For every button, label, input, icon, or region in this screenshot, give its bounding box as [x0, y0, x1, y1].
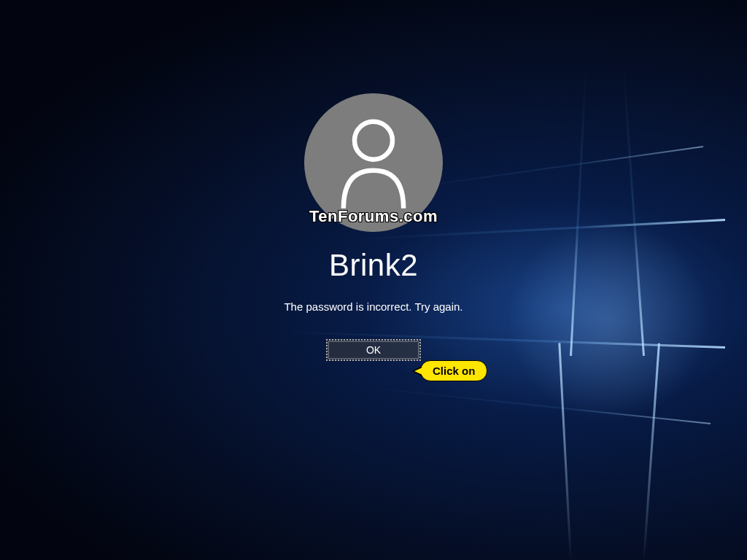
svg-point-0 [355, 122, 392, 160]
person-icon [333, 115, 414, 210]
callout-bubble: Click on [420, 360, 487, 381]
login-screen: TenForums.com Brink2 The password is inc… [0, 0, 747, 560]
tutorial-annotation: Click on [420, 360, 487, 381]
error-message: The password is incorrect. Try again. [284, 300, 462, 313]
ok-button[interactable]: OK [326, 339, 421, 361]
watermark-label: TenForums.com [309, 207, 438, 226]
username-label: Brink2 [329, 248, 418, 283]
